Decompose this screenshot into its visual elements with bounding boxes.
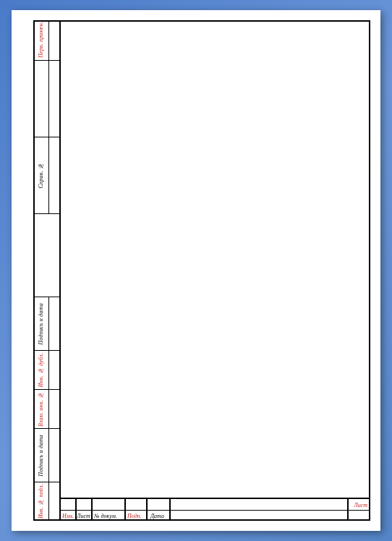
inv-podl-label: Инв. № подл.	[38, 484, 44, 519]
podp-label: Подп.	[127, 513, 142, 519]
sidebar-upper-col1: Перв. примен. Справ. №	[33, 20, 49, 214]
sidebar-cell-podpis-data-2: Подпись и дата	[33, 297, 48, 350]
inv-dubl-label: Инв. № дубл.	[38, 353, 44, 387]
sidebar-cell-inv-podl: Инв. № подл.	[33, 482, 48, 521]
sidebar-cell-perv-primen: Перв. примен.	[33, 20, 48, 61]
page-sheet: Перв. примен. Справ. № Подпись и дата Ин…	[12, 10, 380, 531]
sidebar-cell-vzam-inv: Взам. инв. №	[33, 389, 48, 428]
stamp-vline-4	[146, 499, 148, 521]
stamp-vline-5	[169, 499, 171, 521]
stamp-row-2: Изм. Лист № докум. Подп. Дата	[61, 509, 370, 521]
data-label: Дата	[150, 513, 164, 519]
podpis-data-1-label: Подпись и дата	[38, 435, 44, 477]
list-right-label: Лист	[354, 502, 367, 508]
sprav-no-label: Справ. №	[38, 163, 44, 188]
sidebar-lower-col2-c2	[49, 428, 61, 482]
sidebar-lower-col2	[49, 297, 61, 521]
perv-primen-label: Перв. примен.	[38, 22, 44, 58]
sidebar-upper-col2-c2	[49, 61, 61, 137]
drawing-frame	[33, 20, 370, 521]
podpis-data-2-label: Подпись и дата	[38, 303, 44, 345]
stamp-vline-3	[124, 499, 126, 521]
sidebar-cell-sprav-no: Справ. №	[33, 137, 48, 214]
sidebar-cell-inv-dubl: Инв. № дубл.	[33, 350, 48, 389]
sidebar-cell-empty	[33, 61, 48, 137]
sidebar-upper-col2-c3	[49, 137, 61, 214]
title-block-stamp: Лист Изм. Лист № докум. Подп. Дата	[61, 498, 370, 521]
sidebar-lower-col2-c1	[49, 482, 61, 521]
vzam-inv-label: Взам. инв. №	[38, 392, 44, 427]
ndoc-label: № докум.	[94, 513, 117, 519]
list-label: Лист	[77, 513, 90, 519]
stamp-vline-1	[75, 499, 77, 521]
sidebar-lower-col2-c5	[49, 297, 61, 350]
stamp-vline-2	[91, 499, 93, 521]
sidebar-lower-col2-c3	[49, 389, 61, 428]
sidebar-cell-podpis-data-1: Подпись и дата	[33, 428, 48, 482]
stamp-vline-6	[347, 499, 349, 521]
sidebar-lower-col1: Подпись и дата Инв. № дубл. Взам. инв. №…	[33, 297, 49, 521]
sidebar-lower-col2-c4	[49, 350, 61, 389]
sidebar-upper-col2	[49, 20, 61, 214]
izm-label: Изм.	[62, 513, 74, 519]
sidebar-upper-col2-c1	[49, 20, 61, 61]
